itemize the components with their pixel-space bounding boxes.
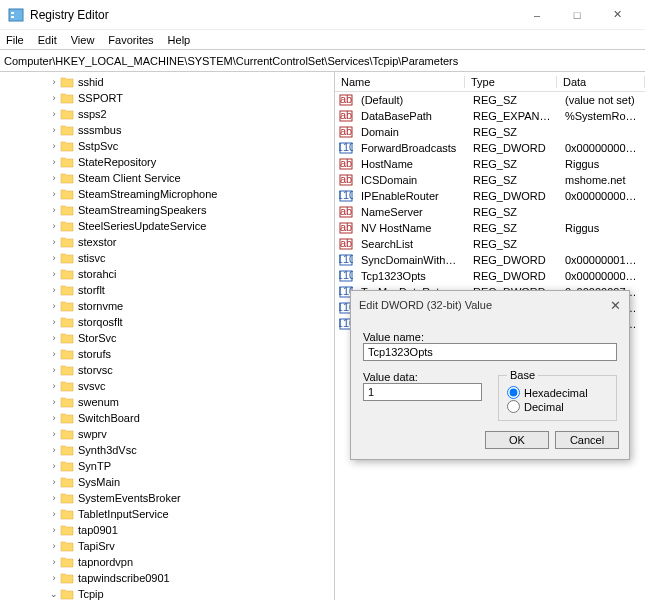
cancel-button[interactable]: Cancel bbox=[555, 431, 619, 449]
menu-edit[interactable]: Edit bbox=[38, 34, 57, 46]
tree-item-staterepository[interactable]: ›StateRepository bbox=[0, 154, 334, 170]
expand-caret-icon[interactable]: › bbox=[48, 221, 60, 231]
tree-item-storflt[interactable]: ›storflt bbox=[0, 282, 334, 298]
radio-hex-input[interactable] bbox=[507, 386, 520, 399]
expand-caret-icon[interactable]: › bbox=[48, 349, 60, 359]
expand-caret-icon[interactable]: › bbox=[48, 461, 60, 471]
tree-item-steamstreamingspeakers[interactable]: ›SteamStreamingSpeakers bbox=[0, 202, 334, 218]
tree-item-svsvc[interactable]: ›svsvc bbox=[0, 378, 334, 394]
minimize-button[interactable]: – bbox=[517, 1, 557, 29]
tree-item-switchboard[interactable]: ›SwitchBoard bbox=[0, 410, 334, 426]
expand-caret-icon[interactable]: › bbox=[48, 477, 60, 487]
tree-item-sssmbus[interactable]: ›sssmbus bbox=[0, 122, 334, 138]
expand-caret-icon[interactable]: › bbox=[48, 125, 60, 135]
tree-item-tcpip[interactable]: ⌄Tcpip bbox=[0, 586, 334, 600]
expand-caret-icon[interactable]: › bbox=[48, 77, 60, 87]
tree-item-tapnordvpn[interactable]: ›tapnordvpn bbox=[0, 554, 334, 570]
tree-item-tapwindscribe0901[interactable]: ›tapwindscribe0901 bbox=[0, 570, 334, 586]
expand-caret-icon[interactable]: › bbox=[48, 253, 60, 263]
tree-item-tapisrv[interactable]: ›TapiSrv bbox=[0, 538, 334, 554]
expand-caret-icon[interactable]: › bbox=[48, 413, 60, 423]
col-header-type[interactable]: Type bbox=[465, 76, 557, 88]
tree-item-storvsc[interactable]: ›storvsc bbox=[0, 362, 334, 378]
expand-caret-icon[interactable]: › bbox=[48, 285, 60, 295]
col-header-name[interactable]: Name bbox=[335, 76, 465, 88]
expand-caret-icon[interactable]: › bbox=[48, 573, 60, 583]
expand-caret-icon[interactable]: › bbox=[48, 381, 60, 391]
value-row[interactable]: ab(Default)REG_SZ(value not set) bbox=[335, 92, 645, 108]
ok-button[interactable]: OK bbox=[485, 431, 549, 449]
expand-caret-icon[interactable]: › bbox=[48, 189, 60, 199]
tree-item-synth3dvsc[interactable]: ›Synth3dVsc bbox=[0, 442, 334, 458]
value-row[interactable]: 110IPEnableRouterREG_DWORD0x00000000 (0) bbox=[335, 188, 645, 204]
expand-caret-icon[interactable]: › bbox=[48, 445, 60, 455]
expand-caret-icon[interactable]: › bbox=[48, 493, 60, 503]
value-row[interactable]: abNV HostNameREG_SZRiggus bbox=[335, 220, 645, 236]
tree-item-stornvme[interactable]: ›stornvme bbox=[0, 298, 334, 314]
expand-caret-icon[interactable]: › bbox=[48, 173, 60, 183]
expand-caret-icon[interactable]: › bbox=[48, 93, 60, 103]
radio-decimal[interactable]: Decimal bbox=[507, 400, 608, 413]
value-row[interactable]: 110ForwardBroadcastsREG_DWORD0x00000000 … bbox=[335, 140, 645, 156]
value-row[interactable]: 110Tcp1323OptsREG_DWORD0x00000000 (0) bbox=[335, 268, 645, 284]
expand-caret-icon[interactable]: › bbox=[48, 157, 60, 167]
expand-caret-icon[interactable]: › bbox=[48, 557, 60, 567]
expand-caret-icon[interactable]: › bbox=[48, 301, 60, 311]
expand-caret-icon[interactable]: › bbox=[48, 365, 60, 375]
tree-item-ssps2[interactable]: ›ssps2 bbox=[0, 106, 334, 122]
expand-caret-icon[interactable]: › bbox=[48, 333, 60, 343]
tree-item-storufs[interactable]: ›storufs bbox=[0, 346, 334, 362]
expand-caret-icon[interactable]: › bbox=[48, 109, 60, 119]
radio-dec-input[interactable] bbox=[507, 400, 520, 413]
tree-item-storahci[interactable]: ›storahci bbox=[0, 266, 334, 282]
value-data-input[interactable] bbox=[363, 383, 482, 401]
close-button[interactable]: ✕ bbox=[597, 1, 637, 29]
value-row[interactable]: abNameServerREG_SZ bbox=[335, 204, 645, 220]
expand-caret-icon[interactable]: › bbox=[48, 317, 60, 327]
menu-view[interactable]: View bbox=[71, 34, 95, 46]
tree-item-sysmain[interactable]: ›SysMain bbox=[0, 474, 334, 490]
value-row[interactable]: abICSDomainREG_SZmshome.net bbox=[335, 172, 645, 188]
expand-caret-icon[interactable]: › bbox=[48, 429, 60, 439]
tree-pane[interactable]: ›sshid›SSPORT›ssps2›sssmbus›SstpSvc›Stat… bbox=[0, 72, 335, 600]
expand-caret-icon[interactable]: › bbox=[48, 205, 60, 215]
maximize-button[interactable]: □ bbox=[557, 1, 597, 29]
tree-item-steelseriesupdateservice[interactable]: ›SteelSeriesUpdateService bbox=[0, 218, 334, 234]
menu-favorites[interactable]: Favorites bbox=[108, 34, 153, 46]
address-bar[interactable]: Computer\HKEY_LOCAL_MACHINE\SYSTEM\Curre… bbox=[0, 50, 645, 72]
tree-item-stexstor[interactable]: ›stexstor bbox=[0, 234, 334, 250]
tree-item-tap0901[interactable]: ›tap0901 bbox=[0, 522, 334, 538]
tree-item-storqosflt[interactable]: ›storqosflt bbox=[0, 314, 334, 330]
tree-item-steamstreamingmicrophone[interactable]: ›SteamStreamingMicrophone bbox=[0, 186, 334, 202]
expand-caret-icon[interactable]: › bbox=[48, 237, 60, 247]
tree-item-storsvc[interactable]: ›StorSvc bbox=[0, 330, 334, 346]
expand-caret-icon[interactable]: › bbox=[48, 525, 60, 535]
tree-item-syntp[interactable]: ›SynTP bbox=[0, 458, 334, 474]
expand-caret-icon[interactable]: › bbox=[48, 541, 60, 551]
menu-file[interactable]: File bbox=[6, 34, 24, 46]
value-row[interactable]: abDataBasePathREG_EXPAND_SZ%SystemRoot%\… bbox=[335, 108, 645, 124]
expand-caret-icon[interactable]: › bbox=[48, 397, 60, 407]
radio-hexadecimal[interactable]: Hexadecimal bbox=[507, 386, 608, 399]
col-header-data[interactable]: Data bbox=[557, 76, 645, 88]
value-row[interactable]: abSearchListREG_SZ bbox=[335, 236, 645, 252]
expand-caret-icon[interactable]: › bbox=[48, 509, 60, 519]
tree-item-ssport[interactable]: ›SSPORT bbox=[0, 90, 334, 106]
expand-caret-icon[interactable]: › bbox=[48, 141, 60, 151]
dialog-close-button[interactable]: ✕ bbox=[610, 298, 621, 313]
tree-item-tabletinputservice[interactable]: ›TabletInputService bbox=[0, 506, 334, 522]
expand-caret-icon[interactable]: ⌄ bbox=[48, 589, 60, 599]
tree-item-sshid[interactable]: ›sshid bbox=[0, 74, 334, 90]
value-name-input[interactable] bbox=[363, 343, 617, 361]
menu-help[interactable]: Help bbox=[168, 34, 191, 46]
tree-item-stisvc[interactable]: ›stisvc bbox=[0, 250, 334, 266]
value-row[interactable]: abDomainREG_SZ bbox=[335, 124, 645, 140]
tree-item-sstpsvc[interactable]: ›SstpSvc bbox=[0, 138, 334, 154]
dialog-titlebar[interactable]: Edit DWORD (32-bit) Value ✕ bbox=[351, 291, 629, 319]
tree-item-swprv[interactable]: ›swprv bbox=[0, 426, 334, 442]
expand-caret-icon[interactable]: › bbox=[48, 269, 60, 279]
tree-item-systemeventsbroker[interactable]: ›SystemEventsBroker bbox=[0, 490, 334, 506]
value-row[interactable]: 110SyncDomainWithMembersh...REG_DWORD0x0… bbox=[335, 252, 645, 268]
tree-item-swenum[interactable]: ›swenum bbox=[0, 394, 334, 410]
value-row[interactable]: abHostNameREG_SZRiggus bbox=[335, 156, 645, 172]
